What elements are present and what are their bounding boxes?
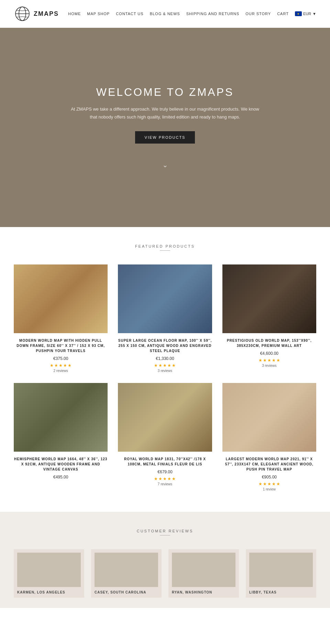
- product-title: LARGEST MODERN WORLD MAP 2021, 91'' X 57…: [222, 456, 316, 472]
- featured-products-section: FEATURED PRODUCTS MODERN WORLD MAP WITH …: [0, 227, 330, 501]
- main-nav: HOME MAP SHOP CONTACT US BLOG & NEWS SHI…: [68, 11, 316, 16]
- currency-label: EUR: [303, 12, 311, 16]
- featured-title: FEATURED PRODUCTS: [14, 244, 316, 248]
- product-image-placeholder: [118, 264, 212, 333]
- star-filled: ★: [163, 363, 167, 368]
- product-image-placeholder: [14, 383, 108, 452]
- nav-cart[interactable]: CART: [277, 12, 289, 16]
- logo-area[interactable]: ZMAPS: [14, 5, 59, 22]
- star-filled: ★: [154, 476, 158, 481]
- review-card: CASEY, SOUTH CAROLINA: [91, 549, 162, 598]
- review-card: LIBBY, TEXAS: [246, 549, 316, 598]
- product-title: HEMISPHERE WORLD MAP 1664, 48'' X 36'', …: [14, 456, 108, 472]
- star-filled: ★: [267, 482, 271, 486]
- star-filled: ★: [263, 358, 267, 363]
- product-image-placeholder: [118, 383, 212, 452]
- nav-shipping[interactable]: SHIPPING AND RETURNS: [186, 12, 239, 16]
- product-price: €1,330.00: [118, 356, 212, 361]
- star-half: ★: [68, 363, 72, 368]
- product-price: €679.00: [118, 470, 212, 474]
- section-divider: [160, 250, 170, 251]
- product-card[interactable]: LARGEST MODERN WORLD MAP 2021, 91'' X 57…: [222, 383, 316, 491]
- review-count: 3 reviews: [222, 364, 316, 368]
- star-filled: ★: [158, 363, 162, 368]
- review-count: 2 reviews: [14, 369, 108, 373]
- product-image: [118, 383, 212, 452]
- review-count: 7 reviews: [118, 482, 212, 486]
- product-price: €4,600.00: [222, 351, 316, 356]
- review-cards: KARMEN, LOS ANGELES CASEY, SOUTH CAROLIN…: [14, 549, 316, 598]
- product-image-placeholder: [222, 264, 316, 333]
- product-title: ROYAL WORLD MAP 1831, 70''X42'' /178 X 1…: [118, 456, 212, 467]
- product-image: [14, 264, 108, 333]
- star-filled: ★: [272, 482, 276, 486]
- product-title: SUPER LARGE OCEAN FLOOR MAP, 100'' X 59'…: [118, 338, 212, 353]
- review-card-image: [249, 553, 313, 587]
- product-card[interactable]: SUPER LARGE OCEAN FLOOR MAP, 100'' X 59'…: [118, 264, 212, 373]
- globe-icon: [14, 5, 31, 22]
- nav-contact[interactable]: CONTACT US: [116, 12, 144, 16]
- product-card[interactable]: ROYAL WORLD MAP 1831, 70''X42'' /178 X 1…: [118, 383, 212, 491]
- scroll-down-icon: ⌄: [162, 161, 168, 169]
- star-filled: ★: [258, 482, 262, 486]
- star-filled: ★: [167, 363, 171, 368]
- star-rating: ★★★★★: [222, 482, 316, 486]
- nav-map-shop[interactable]: MAP SHOP: [87, 12, 110, 16]
- nav-our-story[interactable]: OUR STORY: [245, 12, 271, 16]
- star-filled: ★: [154, 363, 158, 368]
- product-image: [222, 264, 316, 333]
- product-image: [118, 264, 212, 333]
- hero-description: At ZMAPS we take a different approach. W…: [69, 105, 261, 121]
- star-filled: ★: [263, 482, 267, 486]
- nav-blog[interactable]: BLOG & NEWS: [150, 12, 180, 16]
- review-count: 1 review: [222, 487, 316, 491]
- nav-home[interactable]: HOME: [68, 12, 81, 16]
- star-filled: ★: [258, 358, 262, 363]
- star-filled: ★: [63, 363, 67, 368]
- reviewer-location: CASEY, SOUTH CAROLINA: [95, 590, 158, 594]
- star-filled: ★: [167, 476, 171, 481]
- star-filled: ★: [276, 358, 280, 363]
- star-filled: ★: [172, 476, 176, 481]
- product-image-placeholder: [222, 383, 316, 452]
- star-rating: ★★★★★: [118, 476, 212, 481]
- product-title: PRESTIGIOUS OLD WORLD MAP, 153''X90'', 3…: [222, 338, 316, 348]
- product-card[interactable]: PRESTIGIOUS OLD WORLD MAP, 153''X90'', 3…: [222, 264, 316, 373]
- review-card-image: [95, 553, 158, 587]
- product-price: €495.00: [14, 475, 108, 479]
- product-price: €375.00: [14, 356, 108, 361]
- currency-selector[interactable]: EUR ▼: [295, 11, 316, 16]
- star-rating: ★★★★★: [118, 363, 212, 368]
- reviewer-location: LIBBY, TEXAS: [249, 590, 313, 594]
- review-count: 3 reviews: [118, 369, 212, 373]
- product-image: [222, 383, 316, 452]
- product-card[interactable]: HEMISPHERE WORLD MAP 1664, 48'' X 36'', …: [14, 383, 108, 491]
- star-filled: ★: [59, 363, 63, 368]
- product-image-placeholder: [14, 264, 108, 333]
- eu-flag-icon: [295, 11, 302, 16]
- review-card: RYAN, WASHINGTON: [168, 549, 239, 598]
- review-card: KARMEN, LOS ANGELES: [14, 549, 84, 598]
- reviewer-location: KARMEN, LOS ANGELES: [17, 590, 81, 594]
- reviews-divider: [160, 535, 170, 535]
- star-rating: ★★★★★: [14, 363, 108, 368]
- star-filled: ★: [158, 476, 162, 481]
- hero-section: WELCOME TO ZMAPS At ZMAPS we take a diff…: [0, 28, 330, 227]
- reviewer-location: RYAN, WASHINGTON: [172, 590, 235, 594]
- product-title: MODERN WORLD MAP WITH HIDDEN PULL DOWN F…: [14, 338, 108, 353]
- star-filled: ★: [163, 476, 167, 481]
- product-image: [14, 383, 108, 452]
- star-filled: ★: [54, 363, 58, 368]
- product-card[interactable]: MODERN WORLD MAP WITH HIDDEN PULL DOWN F…: [14, 264, 108, 373]
- view-products-button[interactable]: VIEW PRODUCTS: [135, 131, 195, 144]
- star-filled: ★: [272, 358, 276, 363]
- star-rating: ★★★★★: [222, 358, 316, 363]
- brand-name: ZMAPS: [34, 10, 59, 18]
- review-card-image: [172, 553, 235, 587]
- star-filled: ★: [276, 482, 280, 486]
- star-filled: ★: [50, 363, 54, 368]
- site-header: ZMAPS HOME MAP SHOP CONTACT US BLOG & NE…: [0, 0, 330, 28]
- customer-reviews-section: CUSTOMER REVIEWS KARMEN, LOS ANGELES CAS…: [0, 512, 330, 608]
- star-filled: ★: [172, 363, 176, 368]
- hero-title: WELCOME TO ZMAPS: [96, 86, 234, 99]
